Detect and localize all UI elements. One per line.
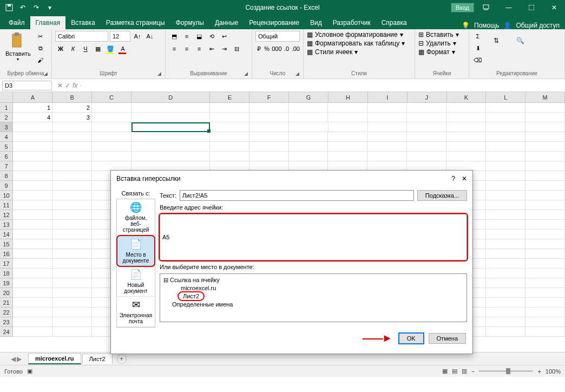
minimize-icon[interactable]: —	[498, 0, 520, 15]
cell[interactable]	[52, 327, 92, 337]
cell[interactable]	[13, 239, 52, 249]
cell[interactable]	[525, 327, 565, 337]
cell[interactable]	[486, 113, 525, 122]
cell-styles-button[interactable]: ▦Стили ячеек ▾	[307, 48, 411, 56]
cell[interactable]	[249, 103, 289, 113]
cut-icon[interactable]: ✂	[35, 31, 46, 42]
tab-home[interactable]: Главная	[30, 16, 66, 29]
cell[interactable]	[13, 298, 52, 308]
cell[interactable]	[486, 132, 525, 142]
cell[interactable]	[446, 122, 486, 132]
cell[interactable]: 3	[52, 113, 92, 122]
cell[interactable]	[367, 152, 407, 161]
row-header[interactable]: 5	[0, 142, 13, 152]
cell[interactable]	[486, 230, 525, 239]
cell[interactable]	[132, 103, 210, 113]
cell[interactable]	[13, 278, 52, 288]
cell[interactable]	[328, 152, 367, 161]
tree-sheet1[interactable]: microexcel.ru	[163, 284, 463, 292]
cell[interactable]	[525, 288, 565, 298]
align-center-icon[interactable]: ≡	[181, 43, 192, 54]
align-left-icon[interactable]: ≡	[169, 43, 180, 54]
save-icon[interactable]	[3, 2, 15, 14]
cell[interactable]	[210, 113, 249, 122]
bold-button[interactable]: Ж	[55, 43, 66, 54]
delete-cells-button[interactable]: ⊟Удалить ▾	[418, 40, 465, 47]
cell[interactable]	[486, 191, 525, 200]
select-all-corner[interactable]	[0, 92, 13, 102]
tell-me-icon[interactable]: 💡	[462, 22, 470, 29]
orientation-icon[interactable]: ⟲	[206, 31, 217, 42]
cell[interactable]	[52, 259, 92, 269]
cell[interactable]	[525, 171, 565, 181]
tab-insert[interactable]: Вставка	[65, 16, 101, 29]
cell[interactable]	[13, 327, 52, 337]
cell[interactable]	[92, 152, 132, 161]
format-cells-button[interactable]: ▦Формат ▾	[418, 48, 465, 56]
cell[interactable]	[525, 317, 565, 327]
conditional-formatting-button[interactable]: ▦Условное форматирование ▾	[307, 31, 411, 38]
align-bottom-icon[interactable]: ⬓	[194, 31, 205, 42]
row-header[interactable]: 13	[0, 220, 13, 230]
cell[interactable]	[525, 113, 565, 122]
sheet-tab[interactable]: Лист2	[82, 354, 113, 364]
cell[interactable]: 4	[13, 113, 52, 122]
document-tree[interactable]: ⊟ Ссылка на ячейку microexcel.ru Лист2 О…	[160, 273, 467, 322]
clipboard-launcher-icon[interactable]: ◢	[44, 71, 50, 77]
alignment-launcher-icon[interactable]: ◢	[244, 71, 251, 77]
comma-icon[interactable]: 000	[272, 43, 281, 54]
tab-developer[interactable]: Разработчик	[327, 16, 376, 29]
copy-icon[interactable]: ⧉	[35, 43, 46, 54]
cell[interactable]	[92, 142, 132, 152]
cancel-formula-icon[interactable]: ✕	[57, 82, 63, 89]
close-icon[interactable]: ✕	[543, 0, 565, 15]
cell[interactable]	[328, 132, 367, 142]
cell[interactable]	[52, 278, 92, 288]
cell[interactable]	[52, 239, 92, 249]
zoom-level[interactable]: 100%	[546, 368, 561, 375]
cell[interactable]	[446, 142, 486, 152]
increase-indent-icon[interactable]: ⇥	[219, 43, 229, 54]
maximize-icon[interactable]	[521, 0, 542, 15]
cell[interactable]	[486, 161, 525, 171]
cell[interactable]	[486, 181, 525, 191]
find-select-button[interactable]: 🔍	[509, 31, 531, 50]
zoom-out-icon[interactable]: −	[471, 368, 475, 375]
tab-help[interactable]: Справка	[376, 16, 412, 29]
tree-sheet2[interactable]: Лист2	[179, 292, 203, 300]
cell[interactable]	[525, 269, 565, 278]
cell[interactable]	[52, 210, 92, 220]
cell[interactable]	[525, 152, 565, 161]
row-header[interactable]: 12	[0, 210, 13, 220]
col-header[interactable]: I	[368, 92, 408, 102]
col-header[interactable]: A	[13, 92, 52, 102]
dialog-close-icon[interactable]: ✕	[462, 175, 467, 182]
cell[interactable]	[289, 142, 329, 152]
col-header[interactable]: G	[289, 92, 329, 102]
cell[interactable]	[52, 181, 92, 191]
cell[interactable]	[328, 103, 367, 113]
tab-layout[interactable]: Разметка страницы	[101, 16, 170, 29]
cell[interactable]	[52, 200, 92, 210]
col-header[interactable]: K	[447, 92, 487, 102]
cell[interactable]	[52, 152, 92, 161]
row-header[interactable]: 20	[0, 288, 13, 298]
cell[interactable]	[13, 171, 52, 181]
cell[interactable]	[486, 239, 525, 249]
cell[interactable]	[367, 113, 407, 122]
cell[interactable]	[525, 239, 565, 249]
cell[interactable]	[525, 191, 565, 200]
tab-formulas[interactable]: Формулы	[170, 16, 209, 29]
cell[interactable]	[210, 152, 249, 161]
cell[interactable]	[13, 152, 52, 161]
row-header[interactable]: 16	[0, 249, 13, 259]
cell[interactable]	[13, 220, 52, 230]
cell[interactable]	[210, 132, 249, 142]
fill-icon[interactable]: ⬇	[472, 43, 483, 54]
cell[interactable]	[486, 298, 525, 308]
row-header[interactable]: 10	[0, 191, 13, 200]
name-box[interactable]	[2, 81, 52, 90]
cell[interactable]	[210, 103, 249, 113]
link-opt-place[interactable]: 📄 Место в документе	[117, 236, 155, 266]
share-icon[interactable]: 👤	[503, 22, 511, 29]
